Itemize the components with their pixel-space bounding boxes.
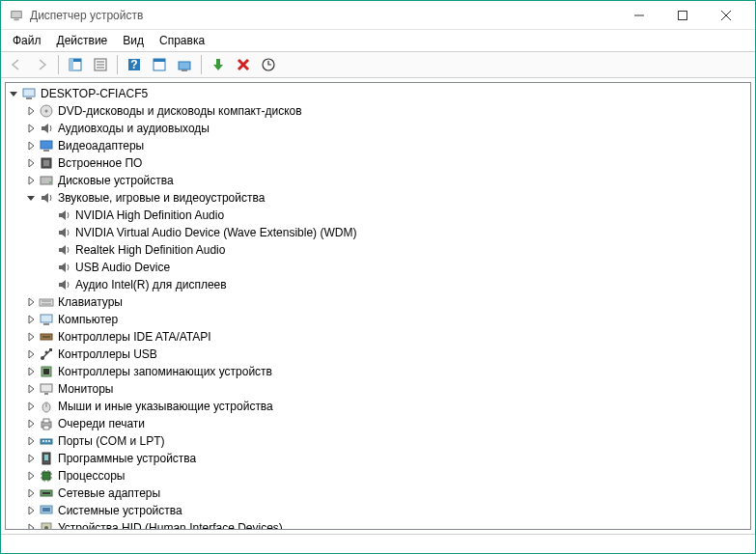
tree-item[interactable]: Контроллеры IDE ATA/ATAPI <box>6 328 750 346</box>
tree-item[interactable]: Мыши и иные указывающие устройства <box>6 398 750 415</box>
tree-item[interactable]: Очереди печати <box>6 415 750 432</box>
svg-point-41 <box>45 351 48 354</box>
tree-item[interactable]: Системные устройства <box>6 502 750 519</box>
tree-item[interactable]: Контроллеры USB <box>6 346 750 363</box>
tree-item[interactable]: Сетевые адаптеры <box>6 485 750 502</box>
minimize-button[interactable] <box>617 1 660 29</box>
printer-icon <box>39 416 54 431</box>
tree-item[interactable]: DESKTOP-CFIACF5 <box>6 85 750 102</box>
chevron-right-icon[interactable] <box>23 121 39 136</box>
svg-rect-45 <box>41 384 52 392</box>
menu-help[interactable]: Справка <box>152 32 212 49</box>
audio-icon <box>56 225 71 240</box>
chevron-right-icon[interactable] <box>23 381 39 397</box>
svg-rect-27 <box>41 141 52 149</box>
back-button[interactable] <box>5 53 28 76</box>
svg-rect-57 <box>44 455 48 460</box>
svg-rect-70 <box>42 508 50 512</box>
chevron-down-icon[interactable] <box>6 86 21 101</box>
tree-item[interactable]: Аудиовходы и аудиовыходы <box>6 120 750 137</box>
network-icon <box>39 485 54 501</box>
svg-rect-46 <box>44 393 48 395</box>
tree-item-label: Мыши и иные указывающие устройства <box>56 400 273 413</box>
computer-icon <box>21 86 37 101</box>
tree-item[interactable]: Программные устройства <box>6 450 750 467</box>
tree-item[interactable]: Realtek High Definition Audio <box>6 241 750 259</box>
svg-rect-23 <box>23 89 35 97</box>
software-icon <box>39 451 54 466</box>
svg-rect-68 <box>42 492 50 494</box>
tree-item-label: NVIDIA Virtual Audio Device (Wave Extens… <box>73 226 356 239</box>
chevron-right-icon[interactable] <box>23 468 39 484</box>
scan-button[interactable] <box>148 53 171 76</box>
scan-hardware-button[interactable] <box>257 53 280 76</box>
chevron-right-icon[interactable] <box>23 173 39 188</box>
tree-item[interactable]: Порты (COM и LPT) <box>6 432 750 450</box>
chevron-right-icon[interactable] <box>23 312 39 327</box>
tree-item[interactable]: Аудио Intel(R) для дисплеев <box>6 276 750 293</box>
tree-item-label: NVIDIA High Definition Audio <box>73 208 224 222</box>
chevron-right-icon[interactable] <box>23 485 39 501</box>
svg-rect-33 <box>40 299 53 306</box>
tree-item[interactable]: Клавиатуры <box>6 293 750 311</box>
menu-file[interactable]: Файл <box>5 32 49 49</box>
chevron-right-icon[interactable] <box>23 346 39 362</box>
svg-point-72 <box>44 526 48 530</box>
tree-item[interactable]: Дисковые устройства <box>6 172 750 189</box>
chevron-right-icon[interactable] <box>23 364 39 379</box>
chevron-right-icon[interactable] <box>23 399 39 414</box>
properties-button[interactable] <box>89 53 112 76</box>
close-button[interactable] <box>704 1 747 29</box>
tree-item[interactable]: Устройства HID (Human Interface Devices) <box>6 519 750 530</box>
chevron-right-icon[interactable] <box>23 103 39 119</box>
chevron-right-icon[interactable] <box>23 294 39 310</box>
tree-item[interactable]: NVIDIA High Definition Audio <box>6 207 750 224</box>
tree-item[interactable]: Процессоры <box>6 467 750 485</box>
tree-item-label: DVD-дисководы и дисководы компакт-дисков <box>56 104 302 118</box>
tree-item[interactable]: NVIDIA Virtual Audio Device (Wave Extens… <box>6 224 750 241</box>
tree-item[interactable]: DVD-дисководы и дисководы компакт-дисков <box>6 102 750 120</box>
chevron-right-icon[interactable] <box>23 451 39 466</box>
chevron-right-icon[interactable] <box>23 433 39 449</box>
update-driver-button[interactable] <box>173 53 196 76</box>
tree-item-label: Аудио Intel(R) для дисплеев <box>73 278 227 291</box>
chevron-down-icon[interactable] <box>23 190 39 206</box>
svg-rect-28 <box>43 150 49 152</box>
tree-item[interactable]: Встроенное ПО <box>6 154 750 172</box>
tree-item-label: Дисковые устройства <box>56 174 174 187</box>
toolbar-separator <box>201 55 202 74</box>
chevron-right-icon[interactable] <box>23 329 39 345</box>
tree-item-label: Порты (COM и LPT) <box>56 434 165 448</box>
enable-button[interactable] <box>207 53 230 76</box>
optical-icon <box>39 103 54 119</box>
chevron-right-icon[interactable] <box>23 416 39 431</box>
maximize-button[interactable] <box>660 1 704 29</box>
computer-icon <box>39 312 54 327</box>
chevron-right-icon[interactable] <box>23 155 39 171</box>
tree-item-label: Аудиовходы и аудиовыходы <box>56 122 210 135</box>
hid-icon <box>39 520 54 530</box>
uninstall-button[interactable] <box>232 53 255 76</box>
tree-item-label: Компьютер <box>56 313 118 326</box>
tree-item[interactable]: Контроллеры запоминающих устройств <box>6 363 750 380</box>
forward-button[interactable] <box>30 53 53 76</box>
tree-item[interactable]: Видеоадаптеры <box>6 137 750 154</box>
tree-item-label: Мониторы <box>56 382 113 396</box>
svg-rect-42 <box>49 348 52 351</box>
tree-item[interactable]: Звуковые, игровые и видеоустройства <box>6 189 750 207</box>
menu-view[interactable]: Вид <box>115 32 152 49</box>
chevron-right-icon[interactable] <box>23 520 39 530</box>
menu-action[interactable]: Действие <box>49 32 116 49</box>
tree-item[interactable]: USB Audio Device <box>6 259 750 276</box>
firmware-icon <box>39 155 54 171</box>
device-tree[interactable]: DESKTOP-CFIACF5DVD-дисководы и дисководы… <box>5 82 751 530</box>
chevron-right-icon[interactable] <box>23 503 39 518</box>
svg-point-53 <box>42 440 44 442</box>
show-hide-tree-button[interactable] <box>64 53 87 76</box>
svg-rect-36 <box>41 315 52 322</box>
svg-rect-37 <box>43 323 49 325</box>
chevron-right-icon[interactable] <box>23 138 39 153</box>
tree-item[interactable]: Компьютер <box>6 311 750 328</box>
help-button[interactable]: ? <box>123 53 146 76</box>
tree-item[interactable]: Мониторы <box>6 380 750 398</box>
